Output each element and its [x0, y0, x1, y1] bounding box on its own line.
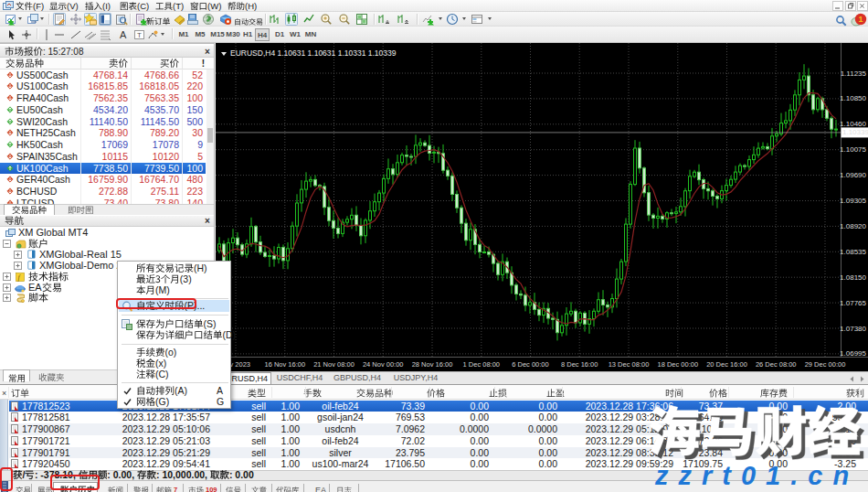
svg-text:8 Dec 16:00: 8 Dec 16:00 [561, 360, 598, 369]
svg-text:1.10850: 1.10850 [840, 94, 866, 102]
svg-text:1 Dec 08:00: 1 Dec 08:00 [463, 360, 500, 369]
svg-text:T: T [137, 31, 142, 39]
svg-text:1.10339: 1.10339 [842, 128, 868, 136]
svg-text:21 Nov 08:00: 21 Nov 08:00 [313, 360, 355, 369]
svg-text:29 Dec 00:00: 29 Dec 00:00 [805, 360, 846, 369]
svg-text:1.06995: 1.06995 [840, 349, 866, 358]
svg-text:13 Dec 08:00: 13 Dec 08:00 [609, 360, 650, 369]
svg-text:20 Dec 16:00: 20 Dec 16:00 [706, 360, 747, 369]
svg-text:1.11235: 1.11235 [841, 70, 867, 78]
svg-text:1.07380: 1.07380 [840, 325, 866, 333]
svg-text:1.08150: 1.08150 [840, 273, 866, 282]
svg-text:1.08535: 1.08535 [840, 248, 866, 256]
svg-text:18 Dec 00:00: 18 Dec 00:00 [657, 360, 698, 369]
svg-text:6 Dec 00:00: 6 Dec 00:00 [512, 360, 548, 369]
svg-text:1: 1 [858, 15, 863, 24]
svg-text:1.07765: 1.07765 [840, 299, 866, 307]
svg-text:1.10075: 1.10075 [840, 145, 866, 154]
svg-text:EURUSD,H4 1.10631 1.10631 1.1: EURUSD,H4 1.10631 1.10631 1.10331 1.1033… [230, 48, 397, 58]
svg-text:1.09690: 1.09690 [840, 171, 866, 179]
svg-text:26 Dec 08:00: 26 Dec 08:00 [756, 360, 797, 369]
svg-text:1.10460: 1.10460 [840, 120, 866, 128]
svg-text:1.09305: 1.09305 [840, 197, 866, 205]
svg-text:A: A [120, 29, 127, 40]
svg-text:16 Nov 16:00: 16 Nov 16:00 [264, 360, 305, 369]
svg-text:28 Nov 16:00: 28 Nov 16:00 [412, 360, 453, 369]
svg-text:24 Nov 00:00: 24 Nov 00:00 [363, 360, 404, 369]
svg-text:1.08920: 1.08920 [840, 222, 866, 230]
